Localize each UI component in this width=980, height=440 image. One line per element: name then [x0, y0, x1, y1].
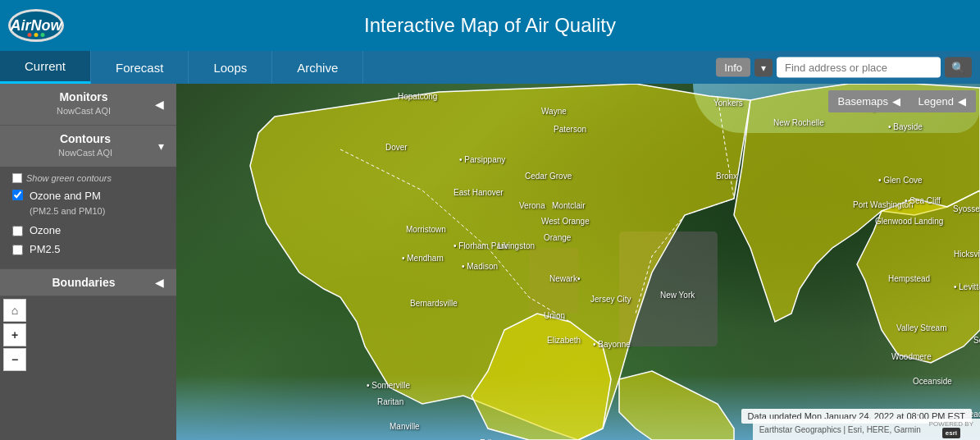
dot-red [28, 33, 32, 37]
nav-current[interactable]: Current [0, 51, 91, 84]
ozone-pm-row: Ozone and PM (PM2.5 and PM10) [12, 188, 164, 218]
attribution-text: Earthstar Geographics | Esri, HERE, Garm… [759, 425, 921, 434]
contours-content: Show green contours Ozone and PM (PM2.5 … [0, 167, 176, 268]
logo-text: AirNow [11, 17, 62, 34]
header: AirNow Interactive Map of Air Quality [0, 0, 980, 51]
nav-forecast[interactable]: Forecast [91, 51, 189, 84]
pm25-label: PM2.5 [30, 243, 61, 255]
legend-button[interactable]: Legend ◀ [909, 90, 976, 112]
pm25-checkbox[interactable] [12, 245, 23, 255]
show-green-contours-row: Show green contours [12, 173, 164, 183]
monitors-header[interactable]: Monitors NowCast AQI ◀ [0, 84, 176, 125]
nav-loops[interactable]: Loops [189, 51, 272, 84]
esri-logo: esri [942, 428, 960, 438]
ozone-label: Ozone [30, 224, 61, 236]
basemaps-arrow-icon: ◀ [892, 95, 900, 108]
contours-title: Contours [12, 132, 158, 145]
monitors-sub: NowCast AQI [12, 103, 155, 118]
monitors-section: Monitors NowCast AQI ◀ [0, 84, 176, 126]
esri-attribution: Earthstar Geographics | Esri, HERE, Garm… [753, 419, 980, 440]
zoom-in-button[interactable]: + [3, 323, 26, 346]
boundaries-arrow-icon: ◀ [155, 276, 164, 289]
dot-green [41, 33, 45, 37]
zoom-out-button[interactable]: − [3, 348, 26, 371]
navbar: Current Forecast Loops Archive Info ▾ 🔍 [0, 51, 980, 84]
ozone-pm-label: Ozone and PM [30, 190, 101, 202]
legend-arrow-icon: ◀ [958, 95, 966, 108]
ozone-pm-checkbox[interactable] [12, 190, 23, 200]
boundaries-section: Boundaries ◀ [0, 269, 176, 296]
boundaries-header[interactable]: Boundaries ◀ [0, 269, 176, 296]
powered-by-text: POWERED BY [929, 420, 973, 428]
dropdown-button[interactable]: ▾ [754, 58, 773, 76]
dot-yellow [34, 33, 39, 37]
search-area: Info ▾ 🔍 [716, 57, 972, 78]
contours-arrow-icon: ▾ [158, 140, 164, 153]
home-button[interactable]: ⌂ [3, 299, 26, 322]
contours-header[interactable]: Contours NowCast AQI ▾ [0, 126, 176, 167]
contours-section: Contours NowCast AQI ▾ Show green contou… [0, 126, 176, 269]
search-input[interactable] [777, 57, 941, 78]
main-content: Monitors NowCast AQI ◀ Contours NowCast … [0, 84, 980, 440]
page-title: Interactive Map of Air Quality [364, 14, 616, 37]
left-panel: Monitors NowCast AQI ◀ Contours NowCast … [0, 84, 176, 440]
basemaps-button[interactable]: Basemaps ◀ [828, 90, 910, 112]
ozone-pm-sublabel: (PM2.5 and PM10) [30, 206, 105, 216]
boundaries-title: Boundaries [12, 276, 155, 289]
newark-urban [529, 248, 578, 314]
logo: AirNow [8, 9, 64, 42]
contours-sub: NowCast AQI [12, 145, 158, 160]
ozone-checkbox[interactable] [12, 226, 23, 236]
ozone-row: Ozone [12, 224, 164, 236]
logo-dots [28, 33, 45, 37]
nyc-urban [619, 231, 718, 346]
map-tools: ⌂ + − [0, 296, 30, 374]
monitors-arrow-icon: ◀ [155, 98, 164, 111]
search-button[interactable]: 🔍 [945, 57, 972, 78]
map-area[interactable]: Hopatcong Wayne Paterson Yonkers New Roc… [176, 84, 980, 440]
nav-archive[interactable]: Archive [272, 51, 363, 84]
info-button[interactable]: Info [716, 58, 750, 77]
logo-area: AirNow [8, 9, 64, 42]
show-green-checkbox[interactable] [12, 173, 22, 183]
show-green-label: Show green contours [26, 173, 112, 183]
monitors-title: Monitors [12, 90, 155, 103]
pm25-row: PM2.5 [12, 243, 164, 255]
